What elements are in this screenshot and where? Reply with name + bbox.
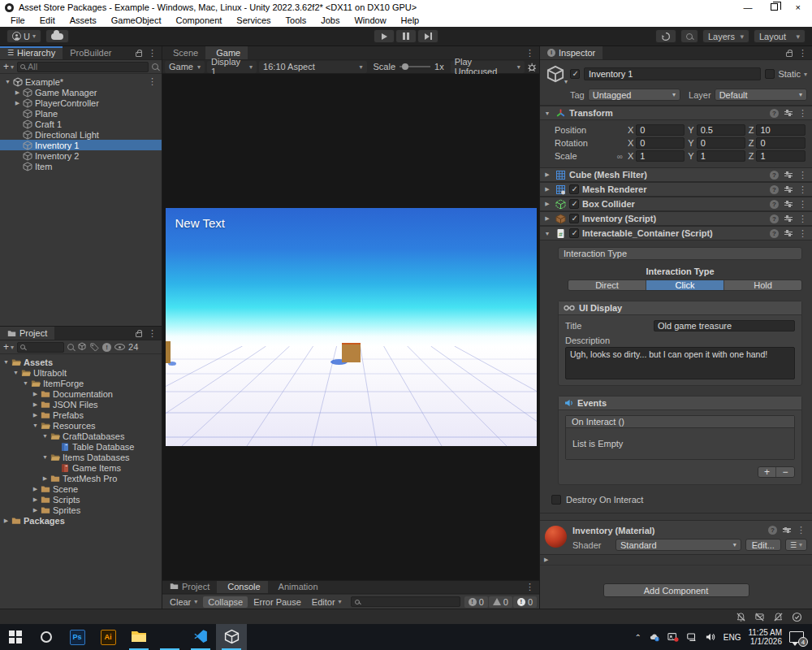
display-target-dropdown[interactable]: Game▾	[165, 61, 205, 73]
error-pause-toggle[interactable]: Error Pause	[248, 596, 306, 608]
gameobject-icon[interactable]: ▾	[545, 63, 566, 84]
notifications-muted-icon[interactable]	[736, 612, 746, 622]
component-header-inventory-script[interactable]: ▶Inventory (Script)?⋮	[540, 211, 812, 226]
kebab-menu-icon[interactable]: ⋮	[798, 48, 807, 58]
undo-history-button[interactable]	[655, 29, 676, 43]
foldout-arrow[interactable]: ▶	[543, 201, 551, 207]
hierarchy-search-input[interactable]: All	[17, 62, 149, 72]
taskbar-illustrator[interactable]: Ai	[93, 624, 123, 650]
shader-dropdown[interactable]: Standard▾	[615, 539, 741, 551]
preset-icon[interactable]	[784, 111, 793, 115]
action-center-button[interactable]: 4	[789, 631, 804, 643]
enabled-checkbox[interactable]	[569, 184, 579, 194]
tab-project-left[interactable]: Project	[0, 327, 54, 340]
scale-slider[interactable]: Scale 1x	[369, 62, 448, 72]
position-z-input[interactable]: 10	[756, 124, 806, 136]
console-search-input[interactable]	[351, 596, 460, 607]
visibility-count-icon[interactable]	[114, 344, 125, 350]
tab-hierarchy[interactable]: ☰ Hierarchy	[0, 46, 63, 59]
menu-gameobject[interactable]: GameObject	[104, 15, 169, 27]
active-checkbox[interactable]	[570, 69, 580, 79]
cortana-button[interactable]	[31, 624, 62, 650]
layer-dropdown[interactable]: Default▾	[715, 89, 807, 101]
kebab-menu-icon[interactable]: ⋮	[798, 170, 807, 180]
step-button[interactable]	[417, 29, 438, 43]
menu-component[interactable]: Component	[168, 15, 229, 27]
project-item-documentation[interactable]: ▶Documentation	[0, 388, 162, 399]
position-x-input[interactable]: 0	[636, 124, 685, 136]
remove-event-button[interactable]: −	[776, 467, 794, 477]
menu-window[interactable]: Window	[347, 15, 393, 27]
search-by-type-icon[interactable]	[152, 63, 158, 70]
project-item-itemforge[interactable]: ▼ItemForge	[0, 378, 162, 388]
search-button[interactable]	[680, 29, 698, 43]
taskbar-unity[interactable]	[216, 624, 247, 650]
kebab-menu-icon[interactable]: ⋮	[148, 328, 157, 339]
foldout-arrow[interactable]: ▼	[11, 370, 20, 375]
kebab-menu-icon[interactable]: ⋮	[525, 582, 534, 592]
position-y-input[interactable]: 0.5	[697, 124, 745, 136]
add-gameobject-button[interactable]: +▾	[3, 61, 14, 72]
kebab-menu-icon[interactable]: ⋮	[797, 525, 806, 535]
menu-jobs[interactable]: Jobs	[313, 15, 347, 27]
static-checkbox[interactable]	[765, 69, 775, 79]
rotation-y-input[interactable]: 0	[697, 137, 745, 149]
scale-y-input[interactable]: 1	[697, 150, 745, 162]
component-header-interactable-container-script[interactable]: ▼#Interactable_Container (Script)?⋮	[540, 226, 812, 240]
shader-edit-button[interactable]: Edit...	[745, 539, 781, 551]
package-filter-icon[interactable]	[77, 342, 87, 352]
tab-inspector[interactable]: i Inspector	[540, 46, 603, 59]
project-item-assets[interactable]: ▼Assets	[0, 357, 162, 367]
menu-tools[interactable]: Tools	[279, 15, 314, 27]
foldout-arrow[interactable]: ▶	[543, 186, 551, 193]
layout-dropdown[interactable]: Layout ▾	[754, 29, 806, 43]
foldout-arrow[interactable]: ▼	[31, 422, 40, 428]
tab-animation-bottom[interactable]: Animation	[268, 581, 326, 593]
enabled-checkbox[interactable]	[569, 214, 579, 223]
kebab-menu-icon[interactable]: ⋮	[525, 48, 534, 58]
close-button[interactable]: ×	[796, 0, 801, 15]
foldout-arrow[interactable]: ▶	[543, 171, 551, 178]
enabled-checkbox[interactable]	[569, 228, 579, 238]
foldout-arrow[interactable]: ▶	[41, 475, 50, 482]
project-item-resources[interactable]: ▼Resources	[0, 420, 162, 431]
display-dropdown[interactable]: Display 1▾	[207, 61, 257, 73]
description-textarea[interactable]: Ugh, looks so dirty... but I can open it…	[565, 347, 795, 379]
foldout-arrow[interactable]: ▶	[13, 89, 22, 96]
preset-icon[interactable]	[784, 173, 793, 177]
help-icon[interactable]: ?	[770, 185, 779, 194]
hierarchy-item-game-manager[interactable]: ▶Game Manager	[0, 87, 162, 98]
messages-muted-icon[interactable]	[754, 612, 765, 622]
aspect-ratio-dropdown[interactable]: 16:10 Aspect▾	[259, 61, 366, 73]
preset-icon[interactable]	[784, 188, 793, 192]
help-icon[interactable]: ?	[768, 526, 777, 535]
project-item-prefabs[interactable]: ▶Prefabs	[0, 410, 162, 420]
taskbar-vscode[interactable]	[185, 624, 216, 650]
hierarchy-item-directional-light[interactable]: Directional Light	[0, 129, 162, 140]
preset-icon[interactable]	[784, 232, 793, 236]
kebab-menu-icon[interactable]: ⋮	[798, 228, 807, 239]
account-button[interactable]: U ▾	[6, 29, 41, 43]
foldout-arrow[interactable]: ▶	[543, 215, 551, 222]
segment-direct[interactable]: Direct	[568, 280, 646, 290]
tab-console-bottom[interactable]: Console	[217, 581, 267, 593]
hierarchy-item-playercontroller[interactable]: ▶PlayerController	[0, 98, 162, 108]
kebab-menu-icon[interactable]: ⋮	[798, 199, 807, 210]
project-item-game-items[interactable]: Game Items	[0, 462, 162, 473]
tab-probuilder[interactable]: ProBuilder	[63, 46, 119, 59]
lock-icon[interactable]	[786, 52, 793, 57]
help-icon[interactable]: ?	[770, 214, 779, 223]
foldout-arrow[interactable]: ▶	[13, 100, 22, 106]
component-header-cube-mesh-filter[interactable]: ▶Cube (Mesh Filter)?⋮	[540, 167, 812, 182]
project-item-scripts[interactable]: ▶Scripts	[0, 494, 162, 505]
game-render-area[interactable]: New Text	[166, 208, 537, 446]
lock-icon[interactable]	[136, 332, 142, 337]
material-preview-foldout[interactable]: ▶	[540, 555, 812, 566]
hierarchy-item-plane[interactable]: Plane	[0, 108, 162, 119]
log-filter-icon[interactable]: !	[102, 343, 111, 352]
scale-z-input[interactable]: 1	[756, 150, 806, 162]
taskbar-file-explorer[interactable]	[123, 624, 154, 650]
shader-menu-button[interactable]: ☰▾	[785, 539, 807, 551]
project-item-scene[interactable]: ▶Scene	[0, 483, 162, 494]
hierarchy-item-inventory-2[interactable]: Inventory 2	[0, 150, 162, 161]
